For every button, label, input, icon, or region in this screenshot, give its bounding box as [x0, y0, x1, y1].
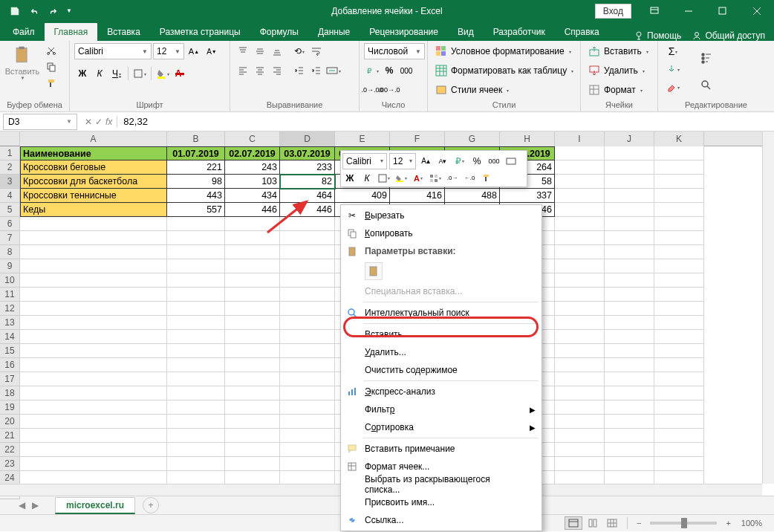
cell-B13[interactable]: [167, 316, 225, 330]
cell-B21[interactable]: [167, 429, 225, 443]
cell-I9[interactable]: [555, 259, 605, 273]
cell-D9[interactable]: [280, 259, 335, 273]
cell-J8[interactable]: [605, 245, 654, 259]
cell-J1[interactable]: [605, 146, 654, 160]
tab-insert[interactable]: Вставка: [97, 23, 150, 41]
bold-button[interactable]: Ж: [74, 65, 91, 82]
format-as-table-button[interactable]: Форматировать как таблицу▾: [432, 62, 576, 79]
cell-K1[interactable]: [654, 146, 704, 160]
insert-cells-button[interactable]: Вставить▾: [585, 43, 651, 59]
fx-icon[interactable]: fx: [105, 117, 112, 127]
row-header-3[interactable]: 3: [0, 175, 20, 189]
sheet-tab[interactable]: microexcel.ru: [55, 497, 135, 514]
cell-K22[interactable]: [654, 443, 704, 457]
paste-button[interactable]: Вставить▼: [4, 43, 40, 82]
cell-A17[interactable]: [20, 372, 167, 386]
comma-button[interactable]: 000: [398, 62, 414, 79]
cell-C18[interactable]: [225, 386, 280, 400]
cell-B4[interactable]: 443: [167, 189, 225, 203]
normal-view-button[interactable]: [565, 516, 582, 530]
zoom-in-button[interactable]: +: [723, 519, 733, 528]
cell-A18[interactable]: [20, 386, 167, 400]
cell-C7[interactable]: [225, 231, 280, 245]
row-header-12[interactable]: 12: [0, 302, 20, 316]
cell-A4[interactable]: Кроссовки теннисные: [20, 189, 167, 203]
row-header-21[interactable]: 21: [0, 429, 20, 443]
mini-format-painter[interactable]: [479, 171, 494, 186]
cell-J16[interactable]: [605, 358, 654, 372]
align-right-button[interactable]: [269, 62, 285, 79]
cm-delete[interactable]: Удалить...: [341, 343, 542, 361]
cell-C15[interactable]: [225, 344, 280, 358]
cell-J15[interactable]: [605, 344, 654, 358]
cell-B7[interactable]: [167, 231, 225, 245]
cell-J20[interactable]: [605, 415, 654, 429]
orientation-button[interactable]: ⟲▾: [291, 43, 308, 59]
cell-I24[interactable]: [555, 471, 605, 484]
cell-J6[interactable]: [605, 217, 654, 231]
row-header-4[interactable]: 4: [0, 189, 20, 203]
cell-A8[interactable]: [20, 245, 167, 259]
cell-C21[interactable]: [225, 429, 280, 443]
cell-C11[interactable]: [225, 288, 280, 302]
row-header-17[interactable]: 17: [0, 372, 20, 386]
align-left-button[interactable]: [235, 62, 251, 79]
cell-A21[interactable]: [20, 429, 167, 443]
col-header-D[interactable]: D: [280, 132, 335, 146]
cell-D1[interactable]: 03.07.2019: [280, 146, 335, 160]
zoom-level[interactable]: 100%: [735, 519, 768, 528]
sheet-nav-next[interactable]: ▶: [28, 500, 42, 510]
cell-C19[interactable]: [225, 400, 280, 415]
italic-button[interactable]: К: [91, 65, 108, 82]
cell-A16[interactable]: [20, 358, 167, 372]
col-header-H[interactable]: H: [500, 132, 555, 146]
cell-D24[interactable]: [280, 471, 335, 484]
cell-A22[interactable]: [20, 443, 167, 457]
maximize-button[interactable]: [706, 0, 740, 22]
cell-C20[interactable]: [225, 415, 280, 429]
cell-K15[interactable]: [654, 344, 704, 358]
conditional-formatting-button[interactable]: Условное форматирование▾: [432, 43, 574, 59]
cell-I22[interactable]: [555, 443, 605, 457]
cell-B20[interactable]: [167, 415, 225, 429]
zoom-slider[interactable]: [650, 522, 717, 525]
mini-bold-button[interactable]: Ж: [342, 171, 357, 186]
cell-I15[interactable]: [555, 344, 605, 358]
col-header-K[interactable]: K: [654, 132, 704, 146]
cell-K19[interactable]: [654, 400, 704, 415]
cell-C1[interactable]: 02.07.2019: [225, 146, 280, 160]
cell-H4[interactable]: 337: [500, 189, 555, 203]
paste-option-default[interactable]: [365, 262, 383, 280]
col-header-C[interactable]: C: [225, 132, 280, 146]
cell-I19[interactable]: [555, 400, 605, 415]
cm-filter[interactable]: Фильтр▶: [341, 400, 542, 418]
cell-C3[interactable]: 103: [225, 175, 280, 189]
cell-J11[interactable]: [605, 288, 654, 302]
cell-J4[interactable]: [605, 189, 654, 203]
tab-data[interactable]: Данные: [308, 23, 360, 41]
clear-button[interactable]: ▾: [663, 79, 683, 95]
cell-G4[interactable]: 488: [445, 189, 500, 203]
cell-I2[interactable]: [555, 160, 605, 175]
cell-D4[interactable]: 464: [280, 189, 335, 203]
cm-clear[interactable]: Очистить содержимое: [341, 361, 542, 379]
cell-I12[interactable]: [555, 302, 605, 316]
cell-J12[interactable]: [605, 302, 654, 316]
mini-font-combo[interactable]: Calibri▾: [342, 153, 387, 169]
cm-quick-analysis[interactable]: Экспресс-анализ: [341, 383, 542, 400]
row-header-7[interactable]: 7: [0, 231, 20, 245]
cell-D22[interactable]: [280, 443, 335, 457]
cell-J13[interactable]: [605, 316, 654, 330]
row-header-20[interactable]: 20: [0, 415, 20, 429]
add-sheet-button[interactable]: +: [143, 497, 159, 513]
cell-J21[interactable]: [605, 429, 654, 443]
cell-D13[interactable]: [280, 316, 335, 330]
redo-button[interactable]: [45, 2, 62, 20]
save-button[interactable]: [6, 2, 24, 20]
row-header-9[interactable]: 9: [0, 259, 20, 273]
row-header-16[interactable]: 16: [0, 358, 20, 372]
cell-C14[interactable]: [225, 330, 280, 344]
find-select-button[interactable]: [695, 74, 718, 97]
cell-J10[interactable]: [605, 273, 654, 288]
align-middle-button[interactable]: [252, 43, 268, 59]
